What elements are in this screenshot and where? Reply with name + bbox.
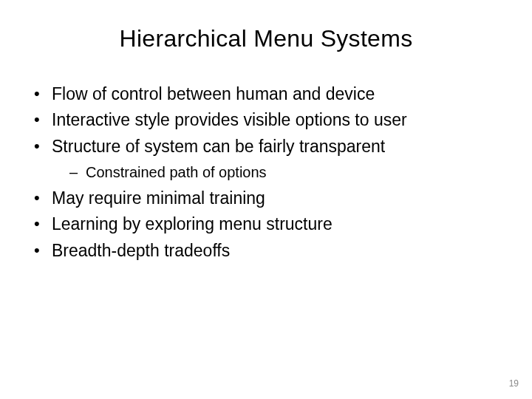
slide-title: Hierarchical Menu Systems xyxy=(27,25,505,52)
slide: Hierarchical Menu Systems Flow of contro… xyxy=(0,0,532,399)
bullet-item: Interactive style provides visible optio… xyxy=(33,108,505,132)
bullet-item: Structure of system can be fairly transp… xyxy=(33,134,505,183)
sub-bullet-text: Constrained path of options xyxy=(86,164,267,180)
page-number: 19 xyxy=(509,378,519,389)
bullet-item: May require minimal training xyxy=(33,186,505,211)
bullet-text: Learning by exploring menu structure xyxy=(52,214,332,233)
bullet-text: Flow of control between human and device xyxy=(52,84,375,103)
bullet-text: Interactive style provides visible optio… xyxy=(52,110,407,129)
bullet-text: May require minimal training xyxy=(52,188,265,208)
bullet-item: Breadth-depth tradeoffs xyxy=(33,239,505,263)
bullet-item: Flow of control between human and device xyxy=(33,82,505,106)
bullet-item: Learning by exploring menu structure xyxy=(33,212,505,236)
bullet-text: Breadth-depth tradeoffs xyxy=(52,241,230,260)
bullet-text: Structure of system can be fairly transp… xyxy=(52,137,385,156)
sub-bullet-item: Constrained path of options xyxy=(69,162,505,183)
bullet-list: Flow of control between human and device… xyxy=(27,82,505,263)
sub-bullet-list: Constrained path of options xyxy=(52,162,505,183)
